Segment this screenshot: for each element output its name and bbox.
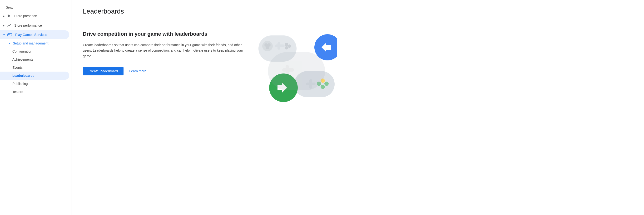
sidebar-subitem-testers[interactable]: Testers: [0, 88, 69, 96]
svg-rect-27: [268, 52, 325, 90]
page-title: Leaderboards: [83, 7, 632, 15]
sidebar-subitem-events[interactable]: Events: [0, 63, 69, 72]
svg-point-22: [324, 82, 329, 86]
sidebar-item-store-performance[interactable]: ▶ Store performance: [0, 21, 69, 30]
sidebar-item-store-performance-label: Store performance: [14, 23, 42, 27]
sidebar-subsection-setup[interactable]: ▼ Setup and management: [0, 39, 69, 47]
store-performance-icon: [7, 23, 12, 28]
content-heading: Drive competition in your game with lead…: [83, 31, 245, 37]
content-body: Create leaderboards so that users can co…: [83, 42, 245, 59]
svg-point-23: [320, 85, 325, 89]
sidebar-subitem-events-label: Events: [12, 66, 22, 69]
actions-row: Create leaderboard Learn more: [83, 67, 245, 75]
play-games-services-icon: [7, 32, 12, 37]
chevron-down-icon-pgs: ▼: [3, 33, 5, 36]
subsection-chevron-down-icon: ▼: [8, 42, 11, 45]
svg-rect-5: [10, 34, 10, 35]
grow-section-label: Grow: [0, 4, 71, 11]
sidebar-subitem-leaderboards[interactable]: Leaderboards: [0, 72, 69, 80]
sidebar-item-play-games-services[interactable]: ▼ Play Games Services: [0, 30, 69, 39]
sidebar-subitem-achievements-label: Achievements: [12, 57, 33, 61]
sidebar-subitem-configuration-label: Configuration: [12, 49, 32, 53]
svg-point-14: [288, 44, 291, 48]
sidebar-subitem-configuration[interactable]: Configuration: [0, 47, 69, 55]
store-presence-icon: [7, 13, 12, 18]
sidebar-item-store-presence-label: Store presence: [14, 14, 37, 18]
svg-point-3: [11, 34, 12, 35]
divider: [83, 19, 632, 19]
chevron-right-icon: ▶: [3, 15, 5, 17]
sidebar-item-play-games-services-label: Play Games Services: [15, 33, 47, 37]
chevron-right-icon-perf: ▶: [3, 24, 5, 27]
sidebar-item-store-presence[interactable]: ▶ Store presence: [0, 11, 69, 21]
sidebar-subsection-label: Setup and management: [13, 41, 48, 45]
svg-point-2: [8, 34, 9, 35]
sidebar: Grow ▶ Store presence ▶ Store performanc…: [0, 0, 72, 215]
main-content: Leaderboards Drive competition in your g…: [72, 0, 644, 215]
content-area: Drive competition in your game with lead…: [83, 31, 632, 112]
sidebar-subitem-testers-label: Testers: [12, 90, 23, 94]
content-text-block: Drive competition in your game with lead…: [83, 31, 245, 75]
svg-point-10: [266, 46, 269, 49]
svg-point-13: [285, 43, 288, 46]
svg-marker-0: [8, 14, 10, 18]
create-leaderboard-button[interactable]: Create leaderboard: [83, 67, 124, 75]
sidebar-subitem-leaderboards-label: Leaderboards: [12, 74, 34, 77]
leaderboards-illustration: [256, 31, 337, 112]
svg-point-15: [285, 46, 288, 49]
sidebar-subitem-achievements[interactable]: Achievements: [0, 55, 69, 63]
svg-rect-29: [286, 65, 289, 75]
sidebar-subitem-publishing[interactable]: Publishing: [0, 80, 69, 88]
sidebar-subitem-publishing-label: Publishing: [12, 82, 28, 86]
learn-more-link[interactable]: Learn more: [129, 69, 146, 73]
svg-rect-12: [278, 42, 280, 50]
